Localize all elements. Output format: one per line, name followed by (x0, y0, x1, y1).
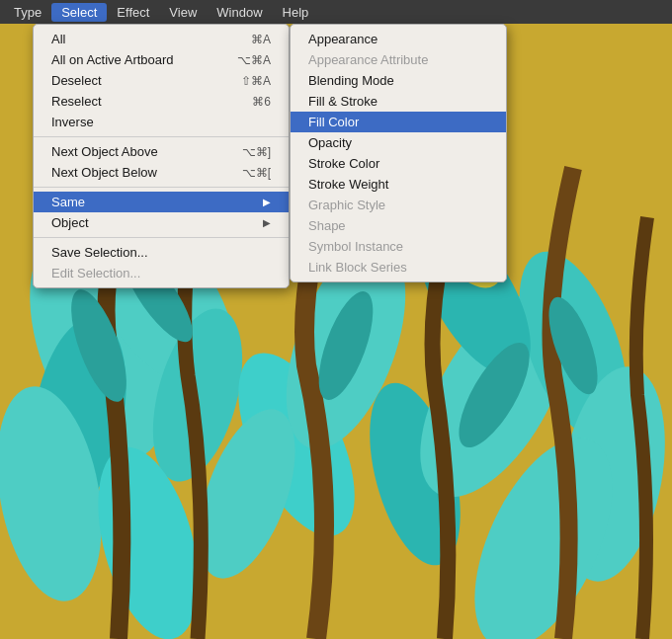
menu-item-edit-selection[interactable]: Edit Selection... (34, 263, 289, 283)
submenu-item-blending-mode[interactable]: Blending Mode (291, 70, 506, 91)
submenu-item-stroke-weight[interactable]: Stroke Weight (291, 174, 506, 195)
submenu-item-appearance-attribute[interactable]: Appearance Attribute (291, 49, 506, 70)
submenu-item-link-block-series[interactable]: Link Block Series (291, 257, 506, 278)
same-submenu: Appearance Appearance Attribute Blending… (290, 24, 507, 282)
menu-item-inverse[interactable]: Inverse (34, 112, 289, 132)
menubar-item-select[interactable]: Select (51, 3, 107, 22)
menu-item-deselect[interactable]: Deselect ⇧⌘A (34, 70, 289, 91)
menu-item-next-object-above[interactable]: Next Object Above ⌥⌘] (34, 141, 289, 162)
submenu-item-appearance[interactable]: Appearance (291, 29, 506, 49)
menu-item-next-object-below[interactable]: Next Object Below ⌥⌘[ (34, 162, 289, 183)
submenu-item-symbol-instance[interactable]: Symbol Instance (291, 236, 506, 257)
menu-item-all-on-active-artboard[interactable]: All on Active Artboard ⌥⌘A (34, 49, 289, 70)
select-dropdown-menu: All ⌘A All on Active Artboard ⌥⌘A Desele… (33, 24, 290, 288)
submenu-item-stroke-color[interactable]: Stroke Color (291, 153, 506, 174)
menubar-item-help[interactable]: Help (273, 3, 319, 22)
menu-item-reselect[interactable]: Reselect ⌘6 (34, 91, 289, 112)
menubar-item-effect[interactable]: Effect (107, 3, 159, 22)
menubar-item-type[interactable]: Type (4, 3, 51, 22)
menubar-item-window[interactable]: Window (207, 3, 272, 22)
separator-3 (34, 237, 289, 238)
menubar: Type Select Effect View Window Help (0, 0, 672, 24)
separator-2 (34, 187, 289, 188)
submenu-item-graphic-style[interactable]: Graphic Style (291, 195, 506, 215)
menu-item-same[interactable]: Same ▶ (34, 192, 289, 212)
submenu-item-fill-and-stroke[interactable]: Fill & Stroke (291, 91, 506, 112)
submenu-item-fill-color[interactable]: Fill Color (291, 112, 506, 132)
menu-item-all[interactable]: All ⌘A (34, 29, 289, 49)
menu-item-save-selection[interactable]: Save Selection... (34, 242, 289, 263)
submenu-item-opacity[interactable]: Opacity (291, 132, 506, 153)
menubar-item-view[interactable]: View (159, 3, 207, 22)
submenu-item-shape[interactable]: Shape (291, 215, 506, 236)
separator-1 (34, 136, 289, 137)
menu-item-object[interactable]: Object ▶ (34, 212, 289, 233)
